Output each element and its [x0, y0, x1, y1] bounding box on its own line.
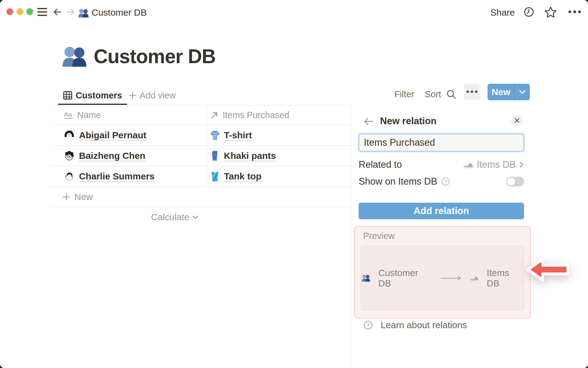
- help-circle-icon: ?: [364, 320, 373, 330]
- people-icon: [61, 45, 87, 68]
- breadcrumb-title[interactable]: Customer DB: [92, 7, 147, 18]
- help-circle-icon[interactable]: ?: [441, 177, 450, 186]
- avatar: [64, 130, 74, 140]
- favorite-star-icon[interactable]: [544, 6, 557, 18]
- sidebar-menu-icon[interactable]: [37, 8, 47, 16]
- sort-button[interactable]: Sort: [425, 89, 441, 99]
- share-button[interactable]: Share: [490, 7, 515, 18]
- show-on-toggle[interactable]: [506, 177, 524, 186]
- related-to-value: Items DB: [477, 159, 516, 170]
- screen: Customer DB Share Customer DB Customers: [0, 0, 588, 368]
- preview-highlight-box: Preview Customer DB Items DB: [354, 226, 531, 318]
- learn-label: Learn about relations: [381, 320, 467, 330]
- zoom-window-button[interactable]: [26, 8, 33, 15]
- chevron-right-icon: [519, 161, 524, 168]
- filter-button[interactable]: Filter: [394, 89, 414, 99]
- people-icon: [361, 274, 370, 282]
- preview-to-label: Items DB: [487, 268, 524, 289]
- new-entry-label: New: [488, 84, 514, 100]
- tank-top-icon: [210, 171, 220, 182]
- cell-item[interactable]: T-shirt: [207, 125, 351, 145]
- text-property-icon: Aa: [64, 111, 74, 120]
- column-label: Items Purchased: [223, 110, 289, 120]
- close-panel-button[interactable]: [511, 115, 523, 126]
- customers-table: Aa Name Items Purchased: [49, 105, 351, 207]
- table-header-row: Aa Name Items Purchased: [49, 105, 351, 125]
- toggle-knob: [507, 178, 515, 186]
- table-row: Baizheng Chen Khaki pants: [49, 146, 351, 166]
- calculate-label: Calculate: [151, 212, 189, 222]
- add-view-button[interactable]: Add view: [129, 87, 176, 104]
- annotation-arrow-left-icon: [525, 257, 572, 286]
- add-view-label: Add view: [140, 90, 176, 101]
- sneaker-icon: [470, 274, 479, 282]
- people-icon: [78, 8, 89, 18]
- forward-icon[interactable]: [65, 6, 76, 17]
- avatar: [64, 171, 74, 181]
- svg-text:?: ?: [444, 179, 447, 184]
- long-right-arrow-icon: [440, 276, 462, 281]
- close-icon: [514, 118, 520, 123]
- more-options-icon[interactable]: [568, 10, 581, 13]
- relation-arrow-icon: [210, 111, 219, 120]
- chevron-down-icon: [519, 90, 526, 94]
- related-to-row[interactable]: Related to Items DB: [359, 157, 524, 172]
- table-row: Charlie Summers Tank top: [49, 166, 351, 187]
- sneaker-icon: [463, 161, 473, 169]
- page-title[interactable]: Customer DB: [94, 45, 216, 68]
- relation-link[interactable]: Tank top: [224, 171, 262, 182]
- add-row-button[interactable]: New: [49, 187, 351, 207]
- page-link[interactable]: Baizheng Chen: [79, 151, 145, 161]
- search-icon[interactable]: [446, 89, 457, 100]
- cell-name[interactable]: Charlie Summers: [49, 166, 207, 186]
- chevron-down-icon: [192, 215, 198, 219]
- related-to-label: Related to: [359, 159, 402, 170]
- relation-link[interactable]: T-shirt: [224, 130, 252, 140]
- tab-customers-label: Customers: [76, 90, 122, 101]
- preview-label: Preview: [363, 231, 395, 241]
- relation-link[interactable]: Khaki pants: [224, 151, 276, 161]
- tab-customers[interactable]: Customers: [58, 87, 127, 105]
- back-icon[interactable]: [52, 6, 63, 17]
- minimize-window-button[interactable]: [17, 8, 23, 15]
- show-on-items-db-row: Show on Items DB ?: [359, 174, 524, 189]
- table-view-icon: [63, 91, 72, 100]
- column-label: Name: [77, 110, 101, 120]
- show-on-label: Show on Items DB: [359, 176, 437, 187]
- cell-name[interactable]: Baizheng Chen: [49, 146, 207, 166]
- add-row-label: New: [74, 192, 93, 202]
- page-link[interactable]: Charlie Summers: [79, 171, 155, 182]
- plus-icon: [129, 91, 137, 99]
- updates-clock-icon[interactable]: [524, 7, 534, 17]
- cell-item[interactable]: Khaki pants: [207, 146, 351, 166]
- avatar: [64, 151, 74, 161]
- plus-icon: [62, 193, 70, 201]
- table-row: Abigail Pernaut T-shirt: [49, 125, 351, 146]
- column-header-items-purchased[interactable]: Items Purchased: [207, 105, 351, 125]
- preview-from-label: Customer DB: [378, 268, 432, 289]
- notion-window: Customer DB Share Customer DB Customers: [0, 0, 588, 368]
- column-header-name[interactable]: Aa Name: [49, 105, 207, 125]
- new-entry-button[interactable]: New: [488, 84, 530, 100]
- new-entry-dropdown[interactable]: [515, 84, 530, 100]
- new-relation-panel: New relation Related to Items DB: [351, 105, 588, 368]
- relation-name-input[interactable]: [359, 134, 524, 151]
- relation-preview-card: Customer DB Items DB: [361, 246, 524, 310]
- tshirt-icon: [210, 130, 220, 140]
- close-window-button[interactable]: [6, 8, 13, 15]
- view-options-ellipsis-icon[interactable]: [464, 84, 480, 100]
- learn-about-relations-link[interactable]: ? Learn about relations: [364, 320, 467, 330]
- back-icon[interactable]: [363, 117, 374, 126]
- svg-text:?: ?: [367, 322, 369, 328]
- svg-text:Aa: Aa: [64, 111, 72, 118]
- jeans-icon: [210, 151, 220, 161]
- panel-title: New relation: [380, 116, 436, 127]
- cell-item[interactable]: Tank top: [207, 166, 351, 186]
- page-header: Customer DB: [61, 45, 216, 68]
- page-link[interactable]: Abigail Pernaut: [79, 130, 146, 140]
- add-relation-button[interactable]: Add relation: [359, 203, 524, 219]
- cell-name[interactable]: Abigail Pernaut: [49, 125, 207, 145]
- calculate-button[interactable]: Calculate: [151, 208, 198, 226]
